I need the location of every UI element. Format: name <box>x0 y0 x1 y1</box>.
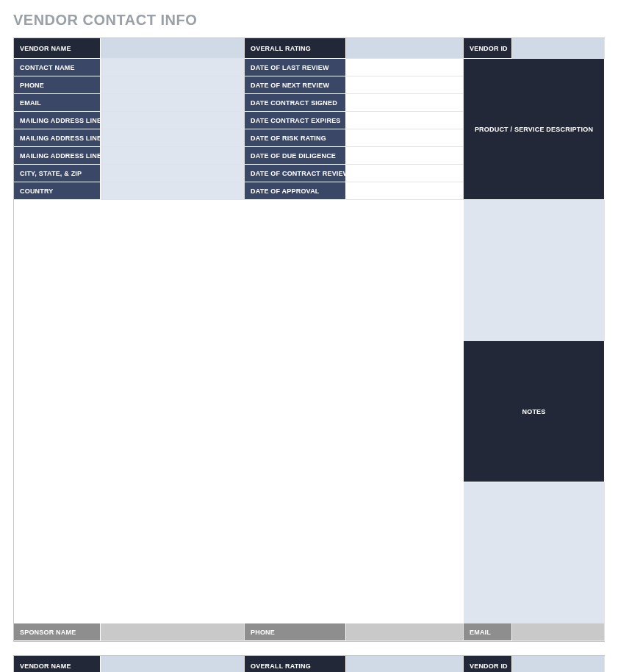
field-date-approval[interactable] <box>346 182 464 200</box>
field-date-risk-rating[interactable] <box>346 129 464 147</box>
field-vendor-id[interactable] <box>512 656 605 672</box>
label-mailing3: MAILING ADDRESS LINE 3 <box>14 147 101 165</box>
field-mailing2[interactable] <box>101 129 245 147</box>
label-overall-rating: OVERALL RATING <box>245 38 346 59</box>
label-date-contract-review: DATE OF CONTRACT REVIEW <box>245 165 346 182</box>
field-contact-name[interactable] <box>101 59 245 76</box>
field-product-service-desc[interactable] <box>464 200 605 341</box>
field-notes[interactable] <box>464 482 605 623</box>
field-date-contract-review[interactable] <box>346 165 464 182</box>
label-date-last-review: DATE OF LAST REVIEW <box>245 59 346 76</box>
field-phone[interactable] <box>101 76 245 94</box>
field-overall-rating[interactable] <box>346 38 464 59</box>
label-mailing2: MAILING ADDRESS LINE 2 <box>14 129 101 147</box>
label-email: EMAIL <box>14 94 101 112</box>
field-sponsor-name[interactable] <box>101 623 245 641</box>
field-mailing3[interactable] <box>101 147 245 165</box>
label-vendor-id: VENDOR ID <box>464 38 512 59</box>
field-sponsor-phone[interactable] <box>346 623 464 641</box>
label-date-contract-expires: DATE CONTRACT EXPIRES <box>245 112 346 129</box>
label-date-next-review: DATE OF NEXT REVIEW <box>245 76 346 94</box>
label-date-contract-signed: DATE CONTRACT SIGNED <box>245 94 346 112</box>
label-vendor-id: VENDOR ID <box>464 656 512 672</box>
field-mailing1[interactable] <box>101 112 245 129</box>
field-date-due-diligence[interactable] <box>346 147 464 165</box>
label-date-approval: DATE OF APPROVAL <box>245 182 346 200</box>
label-country: COUNTRY <box>14 182 101 200</box>
field-country[interactable] <box>101 182 245 200</box>
vendor-block: VENDOR NAME OVERALL RATING VENDOR ID CON… <box>13 655 605 672</box>
label-sponsor-name: SPONSOR NAME <box>14 623 101 641</box>
field-vendor-id[interactable] <box>512 38 605 59</box>
label-vendor-name: VENDOR NAME <box>14 656 101 672</box>
field-city-state-zip[interactable] <box>101 165 245 182</box>
label-overall-rating: OVERALL RATING <box>245 656 346 672</box>
page-title: VENDOR CONTACT INFO <box>13 12 605 29</box>
label-sponsor-phone: PHONE <box>245 623 346 641</box>
label-date-risk-rating: DATE OF RISK RATING <box>245 129 346 147</box>
label-mailing1: MAILING ADDRESS LINE 1 <box>14 112 101 129</box>
label-sponsor-email: EMAIL <box>464 623 512 641</box>
field-overall-rating[interactable] <box>346 656 464 672</box>
label-contact-name: CONTACT NAME <box>14 59 101 76</box>
field-vendor-name[interactable] <box>101 656 245 672</box>
label-date-due-diligence: DATE OF DUE DILIGENCE <box>245 147 346 165</box>
label-notes: NOTES <box>464 341 605 482</box>
field-date-contract-signed[interactable] <box>346 94 464 112</box>
field-sponsor-email[interactable] <box>512 623 605 641</box>
label-vendor-name: VENDOR NAME <box>14 38 101 59</box>
field-date-last-review[interactable] <box>346 59 464 76</box>
field-date-next-review[interactable] <box>346 76 464 94</box>
vendor-block: VENDOR NAME OVERALL RATING VENDOR ID CON… <box>13 37 605 642</box>
label-phone: PHONE <box>14 76 101 94</box>
label-product-service-desc: PRODUCT / SERVICE DESCRIPTION <box>464 59 605 200</box>
field-vendor-name[interactable] <box>101 38 245 59</box>
label-city-state-zip: CITY, STATE, & ZIP <box>14 165 101 182</box>
field-email[interactable] <box>101 94 245 112</box>
field-date-contract-expires[interactable] <box>346 112 464 129</box>
